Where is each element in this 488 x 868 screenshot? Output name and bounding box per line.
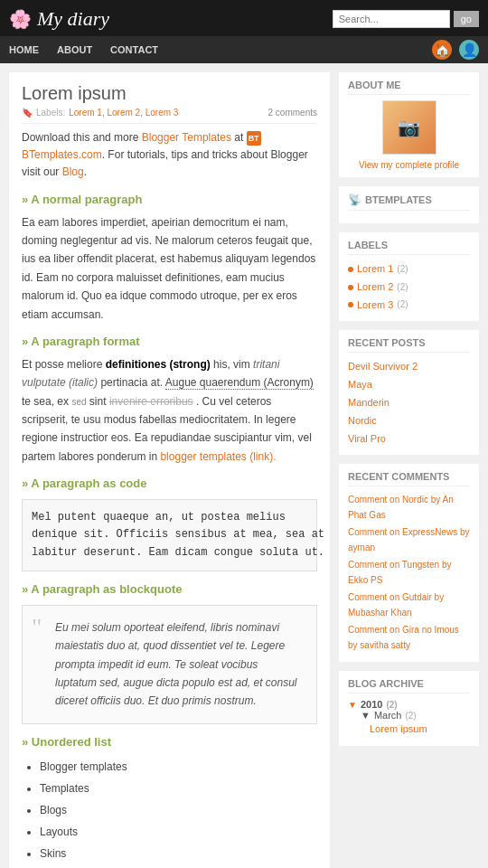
bt-icon: BT bbox=[247, 131, 261, 146]
label-count: (2) bbox=[397, 297, 408, 313]
nav-home-icon[interactable]: 🏠 bbox=[432, 40, 452, 60]
archive-post[interactable]: Lorem ipsum bbox=[370, 721, 470, 739]
label-link-1[interactable]: Lorem 1 bbox=[69, 108, 102, 118]
meta-icon: 🔖 bbox=[22, 108, 33, 118]
intro-paragraph: Download this and more Blogger Templates… bbox=[22, 129, 317, 182]
comment-item[interactable]: Comment on Gira no Imous by savitha satt… bbox=[348, 622, 470, 653]
s2-link[interactable]: blogger templates (link). bbox=[160, 450, 276, 463]
code-block: Mel putent quaeque an, ut postea melius … bbox=[22, 499, 317, 571]
avatar: 📷 bbox=[382, 100, 436, 155]
label-item: Lorem 1 (2) bbox=[348, 260, 470, 278]
comment-item[interactable]: Comment on Nordic by An Phat Gas bbox=[348, 492, 470, 523]
label-links: Lorem 1, Lorem 2, Lorem 3 bbox=[69, 108, 178, 118]
label-count: (2) bbox=[397, 261, 408, 278]
section2-heading: » A paragraph format bbox=[22, 335, 317, 348]
search-input[interactable] bbox=[333, 10, 450, 28]
label-link-2[interactable]: Lorem 2 bbox=[108, 108, 141, 118]
label-dot-icon bbox=[348, 285, 353, 290]
rss-icon: 📡 bbox=[348, 193, 361, 206]
about-me-title: ABOUT ME bbox=[348, 80, 470, 95]
avatar-img: 📷 bbox=[398, 117, 420, 138]
s2-strike: invenire erroribus bbox=[109, 395, 193, 408]
labels-widget: LABELS Lorem 1 (2) Lorem 2 (2) Lorem 3 (… bbox=[339, 232, 479, 321]
about-me-label: ABOUT ME bbox=[348, 80, 401, 90]
blockquote-text: Eu mei solum oporteat eleifend, libris n… bbox=[55, 618, 302, 711]
archive-year-label: 2010 bbox=[361, 699, 382, 710]
recent-comments-title: RECENT COMMENTS bbox=[348, 471, 470, 486]
label-name[interactable]: Lorem 3 bbox=[357, 297, 393, 315]
site-title: My diary bbox=[37, 7, 109, 31]
section5-heading: » Unordered list bbox=[22, 735, 317, 749]
archive-month[interactable]: ▼ March (2) bbox=[361, 710, 470, 721]
section4-heading: » A paragraph as blockquote bbox=[22, 582, 317, 596]
post-meta-left: 🔖 Labels: Lorem 1, Lorem 2, Lorem 3 bbox=[22, 108, 178, 118]
label-link-3[interactable]: Lorem 3 bbox=[145, 108, 179, 118]
label-name[interactable]: Lorem 2 bbox=[357, 278, 393, 297]
recent-posts-list: Devil Survivor 2 Maya Manderin Nordic Vi… bbox=[348, 358, 470, 448]
main-content: Lorem ipsum 🔖 Labels: Lorem 1, Lorem 2, … bbox=[9, 72, 330, 868]
header: 🌸 My diary go bbox=[0, 0, 488, 36]
blog-link[interactable]: Blog bbox=[62, 165, 84, 178]
header-search: go bbox=[333, 10, 479, 28]
about-me-content: 📷 View my complete profile bbox=[348, 100, 470, 170]
unordered-list: Blogger templates Templates Blogs Layout… bbox=[22, 756, 317, 864]
btemplates-title: 📡 BTEMPLATES bbox=[348, 193, 470, 211]
recent-post-item[interactable]: Manderin bbox=[348, 394, 470, 412]
list-item: Blogs bbox=[40, 799, 317, 821]
s2-post1: pertinacia at. bbox=[100, 376, 163, 389]
section3-heading: » A paragraph as code bbox=[22, 476, 317, 490]
btemplates-widget: 📡 BTEMPLATES bbox=[339, 186, 479, 223]
sidebar: ABOUT ME 📷 View my complete profile 📡 BT… bbox=[339, 72, 479, 868]
intro-text-1: Download this and more bbox=[22, 131, 138, 144]
section2-body: Et posse meliore definitiones (strong) h… bbox=[22, 355, 317, 466]
search-button[interactable]: go bbox=[454, 11, 479, 27]
blogger-templates-link[interactable]: Blogger Templates bbox=[142, 131, 231, 144]
expand-icon: ▼ bbox=[348, 700, 357, 710]
archive-year[interactable]: ▼ 2010 (2) bbox=[348, 699, 470, 710]
s2-abbr: Augue quaerendum (Acronym) bbox=[165, 376, 314, 390]
nav-about[interactable]: ABOUT bbox=[57, 39, 92, 61]
label-name[interactable]: Lorem 1 bbox=[357, 260, 393, 278]
blog-archive-widget: BLOG ARCHIVE ▼ 2010 (2) ▼ March (2) Lore… bbox=[339, 671, 479, 746]
view-profile-link[interactable]: View my complete profile bbox=[359, 160, 459, 170]
list-item: Templates bbox=[40, 778, 317, 799]
comment-item[interactable]: Comment on Tungsten by Ekko PS bbox=[348, 557, 470, 588]
s2-mid: his, vim bbox=[213, 358, 250, 371]
labels-title: LABELS bbox=[348, 240, 470, 255]
comment-item[interactable]: Comment on ExpressNews by ayman bbox=[348, 524, 470, 555]
blog-archive-title: BLOG ARCHIVE bbox=[348, 678, 470, 693]
nav-user-icon[interactable]: 👤 bbox=[459, 40, 479, 60]
about-me-widget: ABOUT ME 📷 View my complete profile bbox=[339, 72, 479, 177]
recent-post-item[interactable]: Devil Survivor 2 bbox=[348, 358, 470, 376]
s2-sed: sed bbox=[71, 397, 86, 407]
nav-contact[interactable]: CONTACT bbox=[110, 39, 158, 61]
label-dot-icon bbox=[348, 267, 353, 272]
archive-month-label: March bbox=[374, 710, 402, 721]
comment-item[interactable]: Comment on Gutdair by Mubashar Khan bbox=[348, 590, 470, 620]
label-item: Lorem 3 (2) bbox=[348, 297, 470, 315]
s2-post2: te sea, ex bbox=[22, 395, 69, 408]
expand-month-icon: ▼ bbox=[361, 710, 371, 721]
logo-flower-icon: 🌸 bbox=[9, 8, 32, 30]
label-item: Lorem 2 (2) bbox=[348, 278, 470, 297]
blockquote-mark: " bbox=[32, 615, 42, 640]
recent-posts-title: RECENT POSTS bbox=[348, 337, 470, 353]
recent-post-item[interactable]: Maya bbox=[348, 376, 470, 394]
recent-post-item[interactable]: Nordic bbox=[348, 412, 470, 430]
logo-area: 🌸 My diary bbox=[9, 7, 109, 31]
nav-home[interactable]: HOME bbox=[9, 39, 39, 61]
nav-bar: HOME ABOUT CONTACT 🏠 👤 bbox=[0, 36, 488, 63]
recent-comments-widget: RECENT COMMENTS Comment on Nordic by An … bbox=[339, 464, 479, 662]
recent-post-item[interactable]: Viral Pro bbox=[348, 430, 470, 448]
recent-posts-widget: RECENT POSTS Devil Survivor 2 Maya Mande… bbox=[339, 330, 479, 455]
archive-month-count: (2) bbox=[405, 711, 416, 721]
label-count: (2) bbox=[397, 279, 408, 296]
section1-heading: » A normal paragraph bbox=[22, 193, 317, 206]
list-item: Skins bbox=[40, 843, 317, 864]
intro-text-2: at bbox=[234, 131, 243, 144]
page: Lorem ipsum 🔖 Labels: Lorem 1, Lorem 2, … bbox=[0, 63, 488, 868]
bt-link[interactable]: BTemplates.com bbox=[22, 148, 102, 161]
recent-comments-list: Comment on Nordic by An Phat Gas Comment… bbox=[348, 492, 470, 653]
labels-list: Lorem 1 (2) Lorem 2 (2) Lorem 3 (2) bbox=[348, 260, 470, 314]
s2-pre: Et posse meliore bbox=[22, 358, 102, 371]
